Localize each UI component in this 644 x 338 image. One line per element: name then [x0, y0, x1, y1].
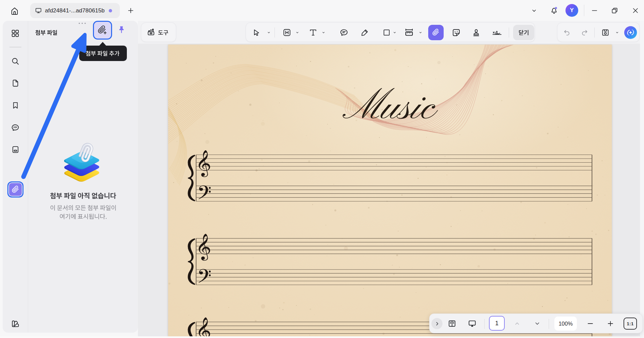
shape-tool-chevron[interactable]: [392, 30, 397, 35]
highlight-tool[interactable]: [360, 28, 369, 37]
minimize-icon: [591, 7, 598, 14]
sticker-icon: [451, 28, 461, 37]
chevron-right-icon: [434, 320, 440, 327]
measure-tool-chevron[interactable]: [418, 30, 423, 35]
plus-icon: [607, 320, 614, 328]
bell-icon: [550, 6, 558, 15]
heading-icon: [283, 28, 292, 37]
pdf-page[interactable]: Music: [168, 45, 612, 336]
close-window-button[interactable]: [629, 4, 641, 16]
chevron-down-icon: [531, 7, 538, 14]
pin-panel-button[interactable]: [116, 24, 127, 35]
save-icon: [601, 28, 610, 37]
chevron-down-icon: [266, 30, 271, 35]
plus-icon: [127, 7, 135, 14]
document-tab[interactable]: afd24841-...ad780615b: [30, 3, 120, 18]
stamp-tool[interactable]: [472, 28, 481, 37]
chevron-down-icon: [321, 30, 326, 35]
paperclip-icon: [11, 185, 20, 194]
toolbar-separator: [509, 27, 509, 38]
panel-drag-handle[interactable]: [78, 22, 87, 25]
presentation-icon: [468, 319, 477, 328]
zoom-in-button[interactable]: [607, 320, 614, 328]
ai-assistant-icon: [624, 26, 637, 39]
new-tab-button[interactable]: [127, 6, 135, 14]
document-viewport[interactable]: Music: [138, 44, 640, 336]
chevron-down-icon: [295, 30, 300, 35]
chevron-down-icon: [392, 30, 397, 35]
toolbar-separator: [594, 27, 595, 38]
toolbar-separator: [275, 27, 275, 38]
actual-size-button[interactable]: 1:1: [624, 318, 637, 330]
paperclip-add-icon: [97, 25, 108, 36]
sticker-tool[interactable]: [451, 28, 461, 37]
unsaved-dot: [109, 9, 112, 12]
drag-handle-icon: [78, 22, 87, 25]
cursor-icon: [252, 29, 261, 37]
stamp-icon: [472, 28, 481, 37]
bottombar-separator: [549, 319, 549, 329]
presentation-mode-button[interactable]: [468, 319, 477, 328]
select-tool[interactable]: [252, 29, 261, 37]
ai-assistant-button[interactable]: [624, 26, 637, 39]
actions-toolbar: [557, 22, 640, 42]
notifications-button[interactable]: [548, 4, 560, 16]
title-bar: afd24841-...ad780615b Y: [0, 0, 644, 21]
previous-page-button[interactable]: [513, 320, 521, 327]
text-tool[interactable]: [309, 28, 318, 37]
tab-title: afd24841-...ad780615b: [45, 7, 105, 14]
chevron-down-icon: [534, 320, 541, 327]
zoom-out-button[interactable]: [587, 320, 594, 328]
comment-icon: [339, 28, 349, 37]
save-button[interactable]: [601, 28, 610, 37]
select-tool-chevron[interactable]: [266, 30, 271, 35]
toolbox-icon: [147, 28, 155, 37]
attachment-tool[interactable]: [428, 25, 444, 40]
next-page-button[interactable]: [534, 320, 541, 327]
zoom-level[interactable]: 100%: [554, 317, 577, 331]
paperclip-icon: [432, 29, 440, 37]
monitor-icon: [35, 7, 42, 14]
undo-icon: [563, 29, 571, 37]
swatches-icon: [11, 319, 20, 328]
attachments-empty-desc-1-text: [50, 205, 116, 211]
minimize-button[interactable]: [588, 4, 600, 16]
close-label-text: [518, 30, 529, 36]
bottombar-separator: [484, 319, 485, 329]
toolbox-icon: [147, 28, 155, 37]
expand-bar-button[interactable]: [432, 318, 443, 329]
heading-tool[interactable]: [283, 28, 292, 37]
tools-button[interactable]: 도구: [141, 22, 176, 42]
chevron-down-icon: [418, 30, 423, 35]
home-button[interactable]: [9, 5, 20, 16]
heading-tool-chevron[interactable]: [295, 30, 300, 35]
add-attachment-button[interactable]: [93, 21, 112, 40]
redo-button[interactable]: [581, 29, 589, 37]
undo-button[interactable]: [563, 29, 571, 37]
comment-tool[interactable]: [339, 28, 349, 37]
page-number: 1: [495, 320, 498, 327]
save-chevron[interactable]: [615, 30, 620, 35]
home-icon: [10, 6, 19, 15]
avatar[interactable]: Y: [565, 4, 578, 17]
shape-tool[interactable]: [383, 29, 391, 37]
sidebar-item-appearance[interactable]: [8, 316, 23, 331]
page-number-input[interactable]: 1: [489, 316, 505, 331]
text-tool-chevron[interactable]: [321, 30, 326, 35]
highlighter-icon: [360, 28, 369, 37]
main-toolbar: 닫기: [246, 22, 535, 42]
text-icon: [309, 28, 318, 37]
reading-mode-icon: [448, 319, 456, 328]
measure-tool[interactable]: [404, 27, 414, 38]
window-menu-chevron[interactable]: [528, 4, 540, 16]
reading-mode-button[interactable]: [448, 319, 456, 328]
restore-icon: [611, 7, 618, 14]
restore-button[interactable]: [608, 4, 621, 16]
signature-icon: [492, 29, 502, 37]
tooltip-caret: [99, 42, 106, 46]
sidebar-item-attachments[interactable]: [7, 181, 23, 198]
signature-tool[interactable]: [492, 29, 502, 37]
tools-label-text: [158, 30, 169, 36]
ruler-icon: [404, 27, 414, 38]
paper-grain: [168, 45, 612, 336]
